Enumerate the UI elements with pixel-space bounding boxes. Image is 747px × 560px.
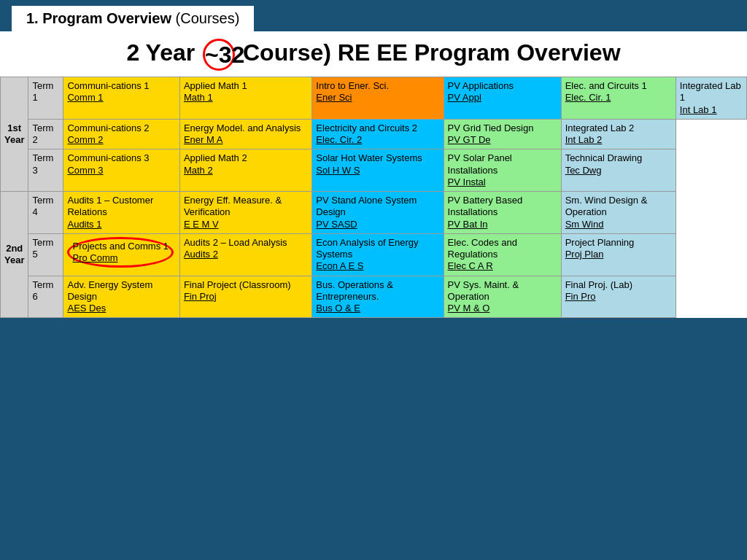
program-table: 1stYear Term 1 Communi-cations 1Comm 1 A… [0,77,747,318]
course-smwind: Sm. Wind Design & OperationSm Wind [561,192,676,234]
table-row: Term 3 Communi-cations 3Comm 3 Applied M… [1,149,747,192]
top-bar: 1. Program Overview (Courses) [0,0,747,31]
course-pvgtde: PV Grid Tied DesignPV GT De [444,119,561,149]
course-aesdes: Adv. Energy System DesignAES Des [63,276,179,318]
course-projplan: Project PlanningProj Plan [561,233,676,276]
course-comm1: Communi-cations 1Comm 1 [63,77,179,120]
course-pvmo: PV Sys. Maint. & OperationPV M & O [444,276,561,318]
course-pvappl: PV ApplicationsPV Appl [444,77,561,120]
course-eleccar: Elec. Codes and RegulationsElec C A R [444,233,561,276]
course-enersci: Intro to Ener. Sci.Ener Sci [312,77,444,120]
year-label-1: 1stYear [1,77,28,192]
course-math1: Applied Math 1Math 1 [179,77,311,120]
course-energymodel: Energy Model. and AnalysisEner M A [179,119,311,149]
course-eeemv: Energy Eff. Measure. & VerificationE E M… [179,192,311,234]
course-intlab1: Integrated Lab 1Int Lab 1 [676,77,746,120]
course-math2: Applied Math 2Math 2 [179,149,311,192]
course-comm3: Communi-cations 3Comm 3 [63,149,179,192]
course-pvinstal: PV Solar Panel InstallationsPV Instal [444,149,561,192]
course-eleccir1: Elec. and Circuits 1Elec. Cir. 1 [561,77,676,120]
course-pvsasd: PV Stand Alone System DesignPV SASD [312,192,444,234]
course-pvbatin: PV Battery Based InstallationsPV Bat In [444,192,561,234]
page-title: 2 Year ~32 Course) RE EE Program Overvie… [0,31,747,77]
course-intlab2: Integrated Lab 2Int Lab 2 [561,119,676,149]
term-label-5: Term 5 [28,233,63,276]
course-finpro: Final Proj. (Lab)Fin Pro [561,276,676,318]
year-label-2: 2ndYear [1,192,28,318]
course-finproj: Final Project (Classroom)Fin Proj [179,276,311,318]
course-comm2: Communi-cations 2Comm 2 [63,119,179,149]
circle-procomm: Projects and Comms 1Pro Comm [67,237,174,268]
course-busoe: Bus. Operations & Entrepreneurs.Bus O & … [312,276,444,318]
main-container: 2 Year ~32 Course) RE EE Program Overvie… [0,31,747,318]
course-eleccir2: Electricity and Circuits 2Elec. Cir. 2 [312,119,444,149]
course-tecdwg: Technical DrawingTec Dwg [561,149,676,192]
table-row: 1stYear Term 1 Communi-cations 1Comm 1 A… [1,77,747,120]
term-label-3: Term 3 [28,149,63,192]
table-row: Term 2 Communi-cations 2Comm 2 Energy Mo… [1,119,747,149]
table-row: Term 6 Adv. Energy System DesignAES Des … [1,276,747,318]
term-label-2: Term 2 [28,119,63,149]
course-audits1: Audits 1 – Customer RelationsAudits 1 [63,192,179,234]
term-label-6: Term 6 [28,276,63,318]
course-econaes: Econ Analysis of Energy SystemsEcon A E … [312,233,444,276]
section-title: 1. Program Overview (Courses) [12,6,254,31]
term-label-1: Term 1 [28,77,63,120]
table-row: 2ndYear Term 4 Audits 1 – Customer Relat… [1,192,747,234]
circle-highlight: ~32 [203,39,235,71]
course-audits2: Audits 2 – Load AnalysisAudits 2 [179,233,311,276]
course-solhws: Solar Hot Water SystemsSol H W S [312,149,444,192]
course-procomm: Projects and Comms 1Pro Comm [63,233,179,276]
term-label-4: Term 4 [28,192,63,234]
table-row: Term 5 Projects and Comms 1Pro Comm Audi… [1,233,747,276]
